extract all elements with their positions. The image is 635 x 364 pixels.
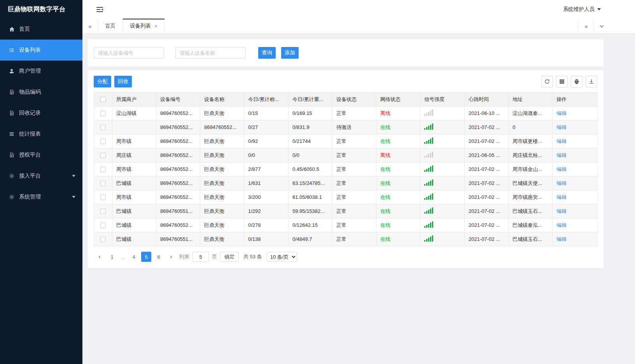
sidebar-item-5[interactable]: 统计报表 bbox=[0, 124, 82, 145]
row-checkbox[interactable] bbox=[100, 237, 106, 242]
edit-link[interactable]: 编辑 bbox=[556, 194, 567, 200]
edit-link[interactable]: 编辑 bbox=[556, 124, 567, 130]
gear-icon bbox=[9, 194, 15, 200]
goto-page-input[interactable] bbox=[192, 252, 209, 262]
device-name-cell: 8694760552... bbox=[200, 120, 244, 134]
sidebar-item-0[interactable]: 首页 bbox=[0, 19, 82, 40]
recycle-button[interactable]: 回收 bbox=[114, 76, 132, 87]
assign-button[interactable]: 分配 bbox=[94, 76, 111, 87]
sidebar-item-8[interactable]: 系统管理 bbox=[0, 186, 82, 207]
refresh-icon[interactable] bbox=[541, 76, 553, 87]
edit-link[interactable]: 编辑 bbox=[556, 138, 567, 144]
row-checkbox[interactable] bbox=[100, 167, 106, 172]
merchant-cell: 巴城镇 bbox=[112, 232, 156, 246]
merchant-cell: 周市镇 bbox=[112, 190, 156, 204]
device-status-cell: 正常 bbox=[332, 162, 376, 176]
tab-0[interactable]: 首页 bbox=[98, 19, 123, 33]
sidebar-item-label: 首页 bbox=[19, 26, 30, 33]
row-checkbox[interactable] bbox=[100, 139, 106, 144]
signal-strength-cell bbox=[420, 204, 465, 218]
today-weight-cell: 0/0 bbox=[289, 148, 332, 162]
table-row: 周市镇8694760552...巨鼎天衡2/8770.45/6050.5正常在线… bbox=[94, 162, 598, 176]
tabs-scroll-right-button[interactable]: » bbox=[578, 19, 594, 33]
action-cell: 编辑 bbox=[553, 134, 598, 148]
edit-link[interactable]: 编辑 bbox=[556, 180, 567, 186]
tabs: 首页设备列表× bbox=[98, 19, 165, 33]
print-icon[interactable] bbox=[571, 76, 583, 87]
tab-1[interactable]: 设备列表× bbox=[123, 19, 165, 33]
network-status: 离线 bbox=[380, 110, 390, 116]
network-status-cell: 在线 bbox=[376, 218, 420, 232]
page-button-5[interactable]: 5 bbox=[141, 252, 151, 262]
today-weight-cell: 63.15/24785... bbox=[289, 176, 332, 190]
network-status: 在线 bbox=[380, 208, 390, 214]
edit-link[interactable]: 编辑 bbox=[556, 236, 567, 242]
network-status: 离线 bbox=[380, 152, 390, 158]
address-cell: 巴城镇玉石... bbox=[509, 232, 553, 246]
today-weight-cell: 0/12642.15 bbox=[289, 218, 332, 232]
sidebar-item-4[interactable]: 回收记录 bbox=[0, 103, 82, 124]
chevron-down-icon bbox=[72, 175, 75, 177]
page-button-4[interactable]: 4 bbox=[129, 252, 139, 262]
network-status: 在线 bbox=[380, 222, 390, 228]
tabs-scroll-left-button[interactable]: « bbox=[82, 19, 98, 33]
signal-strength-cell bbox=[420, 120, 465, 134]
select-all-checkbox[interactable] bbox=[100, 97, 106, 102]
sidebar-item-label: 授权平台 bbox=[19, 152, 41, 158]
prev-page-button[interactable]: ‹ bbox=[94, 252, 105, 262]
sidebar-item-2[interactable]: 商户管理 bbox=[0, 61, 82, 82]
heartbeat-cell: 2021-07-02 ... bbox=[465, 204, 509, 218]
sidebar-collapse-icon[interactable] bbox=[96, 7, 103, 12]
table-tools bbox=[541, 76, 597, 87]
row-check-cell bbox=[94, 232, 112, 246]
export-icon[interactable] bbox=[586, 76, 597, 87]
action-cell: 编辑 bbox=[553, 162, 598, 176]
page-size-select[interactable]: 10 条/页 bbox=[267, 252, 297, 262]
row-checkbox[interactable] bbox=[100, 111, 106, 116]
edit-link[interactable]: 编辑 bbox=[556, 222, 567, 228]
edit-link[interactable]: 编辑 bbox=[556, 152, 567, 158]
tabs-menu-button[interactable] bbox=[594, 19, 609, 33]
row-checkbox[interactable] bbox=[100, 181, 106, 186]
device-no-input[interactable] bbox=[94, 47, 164, 59]
heartbeat-cell: 2021-06-10 ... bbox=[465, 106, 509, 120]
confirm-button[interactable]: 确定 bbox=[220, 252, 239, 262]
page-button-1[interactable]: 1 bbox=[107, 252, 117, 262]
device-no-cell: 8694760552... bbox=[156, 162, 200, 176]
row-checkbox[interactable] bbox=[100, 209, 106, 214]
main-area: 系统维护人员 « 首页设备列表× » 查询 添加 分配 回收 bbox=[82, 0, 635, 364]
sidebar-item-7[interactable]: 接入平台 bbox=[0, 165, 82, 186]
query-button[interactable]: 查询 bbox=[258, 47, 276, 59]
edit-link[interactable]: 编辑 bbox=[556, 110, 567, 116]
merchant-cell bbox=[112, 120, 156, 134]
column-header: 设备编号 bbox=[156, 92, 200, 106]
row-checkbox[interactable] bbox=[100, 153, 106, 158]
merchant-cell: 周市镇 bbox=[112, 162, 156, 176]
action-cell: 编辑 bbox=[553, 176, 598, 190]
page-button-6[interactable]: 6 bbox=[154, 252, 164, 262]
device-name-cell: 巨鼎天衡 bbox=[200, 218, 244, 232]
edit-link[interactable]: 编辑 bbox=[556, 208, 567, 214]
sidebar-item-3[interactable]: 物品编码 bbox=[0, 82, 82, 103]
user-icon bbox=[9, 68, 15, 74]
row-checkbox[interactable] bbox=[100, 125, 106, 130]
user-menu[interactable]: 系统维护人员 bbox=[563, 6, 601, 13]
action-cell: 编辑 bbox=[553, 232, 598, 246]
sidebar-item-1[interactable]: 设备列表 bbox=[0, 40, 82, 61]
device-no-cell: 8694760552... bbox=[156, 190, 200, 204]
user-name: 系统维护人员 bbox=[563, 6, 595, 13]
device-name-input[interactable] bbox=[175, 47, 246, 59]
row-checkbox[interactable] bbox=[100, 223, 106, 228]
signal-strength-cell bbox=[420, 148, 465, 162]
signal-bars-icon bbox=[424, 110, 433, 116]
action-cell: 编辑 bbox=[553, 106, 598, 120]
row-check-cell bbox=[94, 120, 112, 134]
close-icon[interactable]: × bbox=[154, 23, 157, 29]
row-checkbox[interactable] bbox=[100, 195, 106, 200]
edit-link[interactable]: 编辑 bbox=[556, 166, 567, 172]
add-button[interactable]: 添加 bbox=[281, 47, 299, 59]
next-page-button[interactable]: › bbox=[166, 252, 176, 262]
sidebar-item-6[interactable]: 授权平台 bbox=[0, 145, 82, 165]
columns-icon[interactable] bbox=[556, 76, 568, 87]
network-status-cell: 在线 bbox=[376, 134, 420, 148]
